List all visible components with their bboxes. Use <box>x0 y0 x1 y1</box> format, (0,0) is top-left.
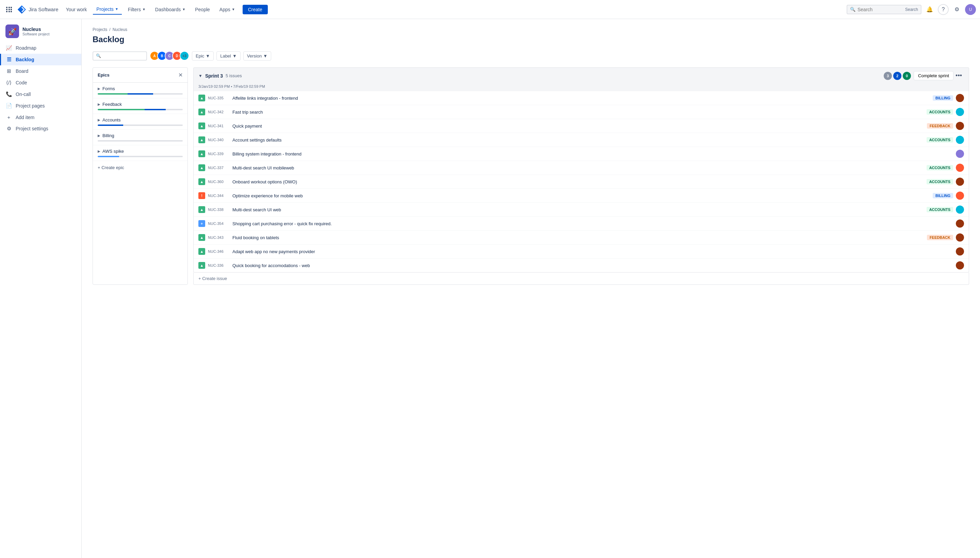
epic-name: Forms <box>102 86 115 91</box>
issue-assignee-avatar <box>956 205 964 214</box>
issue-row[interactable]: ▲ NUC-337 Multi-dest search UI mobileweb… <box>194 161 969 175</box>
board-icon: ⊞ <box>5 68 12 74</box>
sidebar-item-roadmap[interactable]: 📈Roadmap <box>0 42 81 54</box>
issue-row[interactable]: ▲ NUC-343 Fluid booking on tablets FEEDB… <box>194 231 969 245</box>
issue-summary: Billing system integration - frontend <box>232 151 953 156</box>
issue-row[interactable]: ▲ NUC-335 Affelite links integration - f… <box>194 91 969 105</box>
sidebar-item-board[interactable]: ⊞Board <box>0 65 81 77</box>
story-icon: ▲ <box>199 108 205 115</box>
epic-item-header[interactable]: ▶ Forms <box>98 86 183 91</box>
project-header: 🚀 Nucleus Software project <box>0 19 81 42</box>
epic-name: AWS spike <box>102 149 124 154</box>
backlog-icon: ☰ <box>5 56 12 62</box>
people-nav[interactable]: People <box>192 5 213 14</box>
create-epic-button[interactable]: + Create epic <box>93 161 187 174</box>
issue-key: NUC-360 <box>208 180 230 184</box>
dashboards-nav[interactable]: Dashboards ▼ <box>152 5 189 14</box>
sidebar-item-oncall[interactable]: 📞On-call <box>0 89 81 100</box>
issue-assignee-avatar <box>956 150 964 158</box>
issue-row[interactable]: ! NUC-344 Optimize experience for mobile… <box>194 189 969 203</box>
global-search[interactable]: 🔍 Search <box>847 5 921 14</box>
create-issue-button[interactable]: + Create issue <box>193 272 969 285</box>
notifications-button[interactable]: 🔔 <box>924 4 935 15</box>
issue-key: NUC-337 <box>208 166 230 170</box>
search-input[interactable] <box>857 7 903 12</box>
epic-progress-bar <box>98 156 183 157</box>
issue-row[interactable]: ▲ NUC-339 Billing system integration - f… <box>194 147 969 161</box>
epic-item-header[interactable]: ▶ Billing <box>98 133 183 138</box>
epic-filter[interactable]: Epic ▼ <box>192 51 214 61</box>
issue-key: NUC-335 <box>208 96 230 100</box>
add_item-icon: + <box>5 114 12 120</box>
issue-label: FEEDBACK <box>927 235 953 240</box>
epic-item-header[interactable]: ▶ Accounts <box>98 117 183 123</box>
issue-row[interactable]: ▲ NUC-341 Quick payment FEEDBACK <box>194 119 969 133</box>
breadcrumb-nucleus[interactable]: Nucleus <box>113 27 127 32</box>
sidebar: 🚀 Nucleus Software project 📈Roadmap☰Back… <box>0 19 82 558</box>
issue-summary: Affelite links integration - frontend <box>232 95 930 101</box>
issue-row[interactable]: ▲ NUC-336 Quick booking for accomodation… <box>194 259 969 272</box>
issue-summary: Onboard workout options (OWO) <box>232 179 924 184</box>
sprint-title: Sprint 3 <box>205 73 223 79</box>
issue-row[interactable]: ▲ NUC-340 Account settings defaults ACCO… <box>194 133 969 147</box>
apps-nav[interactable]: Apps ▼ <box>216 5 238 14</box>
epics-close-icon[interactable]: ✕ <box>178 72 183 78</box>
issue-summary: Adapt web app no new payments provider <box>232 249 953 254</box>
backlog-area: Epics ✕ ▶ Forms ▶ Feedback <box>92 67 969 285</box>
search-label-text: Search <box>905 7 918 12</box>
sidebar-item-add_item[interactable]: +Add item <box>0 112 81 123</box>
issue-assignee-avatar <box>956 247 964 256</box>
sidebar-item-code[interactable]: ⟨/⟩Code <box>0 77 81 89</box>
project-name: Nucleus <box>23 26 49 32</box>
project-avatar: 🚀 <box>5 25 19 38</box>
jira-logo[interactable]: Jira Software <box>17 5 59 14</box>
sidebar-item-backlog[interactable]: ☰Backlog <box>0 54 81 65</box>
issue-row[interactable]: ▲ NUC-360 Onboard workout options (OWO) … <box>194 175 969 189</box>
settings-button[interactable]: ⚙ <box>951 4 962 15</box>
issue-assignee-avatar <box>956 220 964 228</box>
epic-item: ▶ Forms <box>93 83 187 98</box>
create-button[interactable]: Create <box>243 5 268 14</box>
story-icon: ▲ <box>199 150 205 157</box>
story-icon: ▲ <box>199 164 205 171</box>
epic-item-header[interactable]: ▶ AWS spike <box>98 149 183 154</box>
issue-row[interactable]: + NUC-354 Shopping cart purchasing error… <box>194 217 969 231</box>
breadcrumb-projects[interactable]: Projects <box>92 27 107 32</box>
issue-summary: Optimize experience for mobile web <box>232 193 930 199</box>
issue-row[interactable]: ▲ NUC-338 Multi-dest search UI web ACCOU… <box>194 203 969 217</box>
projects-nav[interactable]: Projects ▼ <box>93 5 121 15</box>
epic-name: Billing <box>102 133 114 138</box>
grid-menu-button[interactable] <box>4 5 14 14</box>
complete-sprint-button[interactable]: Complete sprint <box>914 71 954 80</box>
story-icon: ▲ <box>199 248 205 255</box>
sprint-badge-gray: 3 <box>884 72 892 80</box>
sidebar-item-project_pages[interactable]: 📄Project pages <box>0 100 81 112</box>
issue-row[interactable]: ▲ NUC-342 Fast trip search ACCOUNTS <box>194 105 969 119</box>
backlog-search-input[interactable] <box>102 53 144 59</box>
epic-progress-bar <box>98 125 183 126</box>
epic-item-header[interactable]: ▶ Feedback <box>98 102 183 107</box>
backlog-search[interactable]: 🔍 <box>92 51 147 61</box>
rocket-icon: 🚀 <box>8 27 16 35</box>
epic-chevron-icon: ▶ <box>98 149 100 153</box>
sprint-chevron-icon[interactable]: ▼ <box>199 74 202 78</box>
epic-progress-bar <box>98 109 183 110</box>
issue-summary: Account settings defaults <box>232 138 924 143</box>
issue-assignee-avatar <box>956 192 964 200</box>
apps-chevron-icon: ▼ <box>232 8 235 11</box>
issue-summary: Multi-dest search UI mobileweb <box>232 165 924 171</box>
your-work-nav[interactable]: Your work <box>62 5 90 14</box>
user-avatar[interactable]: U <box>965 4 976 15</box>
sidebar-item-project_settings[interactable]: ⚙Project settings <box>0 123 81 135</box>
sidebar-item-label: Add item <box>16 115 34 120</box>
avatar-count[interactable]: +3 <box>180 51 189 61</box>
project_settings-icon: ⚙ <box>5 126 12 132</box>
sprint-more-button[interactable]: ••• <box>954 71 964 80</box>
help-button[interactable]: ? <box>938 4 949 15</box>
issue-row[interactable]: ▲ NUC-346 Adapt web app no new payments … <box>194 245 969 259</box>
filters-nav[interactable]: Filters ▼ <box>125 5 149 14</box>
version-filter[interactable]: Version ▼ <box>243 51 271 61</box>
label-filter[interactable]: Label ▼ <box>217 51 241 61</box>
epics-header: Epics ✕ <box>93 68 187 83</box>
sprint-header: ▼ Sprint 3 5 issues 3 2 0 Complete sprin… <box>193 67 969 84</box>
